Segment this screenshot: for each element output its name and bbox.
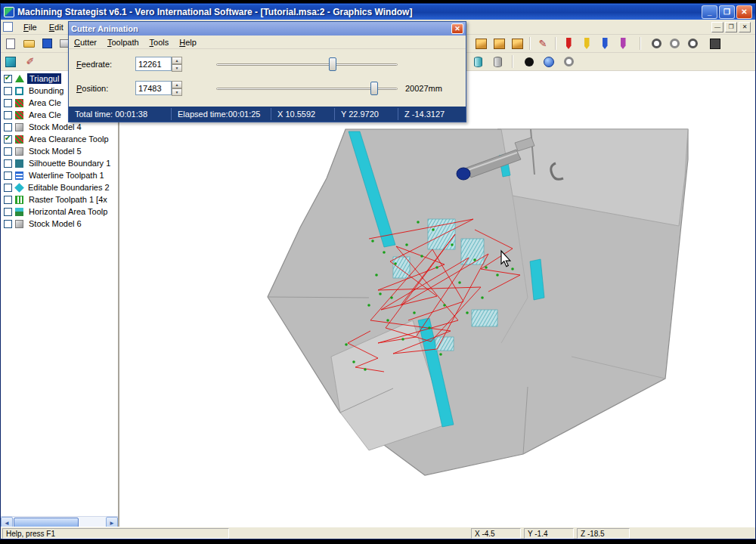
tree-item[interactable]: Silhouette Boundary 1 — [1, 157, 118, 169]
tree-item-label: Stock Model 5 — [26, 146, 84, 156]
checkbox[interactable] — [4, 87, 12, 95]
checkbox[interactable] — [4, 147, 12, 156]
save-icon[interactable] — [39, 36, 55, 51]
position-input[interactable] — [135, 81, 172, 95]
toolpath-icon — [15, 99, 23, 107]
checkbox[interactable] — [4, 75, 12, 83]
stock-model-icon — [15, 123, 23, 131]
mdi-minimize-button[interactable]: — — [711, 22, 723, 32]
checkbox[interactable] — [4, 172, 12, 180]
position-label: Position: — [76, 84, 135, 93]
cutter-animation-dialog: Cutter Animation ✕ Cutter Toolpath Tools… — [68, 21, 466, 122]
waterline-toolpath-icon — [15, 172, 23, 180]
cylinder-gray-icon[interactable] — [489, 54, 506, 70]
checkbox[interactable] — [4, 220, 12, 228]
feedrate-spin-down-icon[interactable]: ▼ — [172, 64, 182, 72]
ring-icon-1[interactable] — [648, 36, 665, 51]
tree-item-label: Area Cle — [26, 110, 64, 120]
dialog-menu-help[interactable]: Help — [174, 36, 202, 48]
eraser-icon[interactable]: ✐ — [22, 54, 39, 70]
tree-item-label: Horizontal Area Toolp — [26, 206, 110, 217]
checkbox[interactable] — [4, 184, 12, 192]
dialog-title: Cutter Animation — [71, 24, 451, 33]
tree-item[interactable]: Raster Toolpath 1 [4x — [1, 193, 118, 206]
tree-item[interactable]: Area Clearance Toolp — [1, 133, 118, 145]
iso-cube-icon-2[interactable] — [491, 36, 507, 51]
ring-small-icon[interactable] — [560, 54, 577, 70]
checkbox[interactable] — [4, 159, 12, 168]
tree-item[interactable]: Editable Boundaries 2 — [1, 181, 118, 193]
toolpath-icon — [15, 135, 23, 144]
feedrate-input[interactable] — [135, 57, 172, 71]
tool-red-icon[interactable] — [560, 36, 577, 51]
shaded-view-icon[interactable] — [2, 54, 19, 70]
tree-item[interactable]: Stock Model 5 — [1, 145, 118, 157]
dialog-menu-toolpath[interactable]: Toolpath — [102, 36, 144, 48]
feedrate-slider-track[interactable] — [216, 63, 398, 66]
position-slider-thumb[interactable] — [370, 82, 378, 95]
editable-boundaries-icon — [14, 183, 24, 193]
iso-cube-icon-3[interactable] — [509, 36, 525, 51]
position-slider[interactable] — [216, 81, 398, 96]
tool-magenta-icon[interactable] — [615, 36, 631, 51]
position-max-label: 20027mm — [405, 84, 442, 93]
graphics-window — [119, 71, 755, 528]
dark-block-icon[interactable] — [707, 36, 723, 51]
feedrate-spinbox: ▲ ▼ — [135, 57, 182, 71]
feedrate-spin-up-icon[interactable]: ▲ — [172, 57, 182, 64]
horizontal-area-icon — [15, 208, 23, 216]
dialog-menu-tools[interactable]: Tools — [144, 36, 175, 48]
sphere-icon[interactable] — [541, 54, 557, 70]
dialog-menubar: Cutter Toolpath Tools Help — [69, 36, 466, 49]
menu-edit[interactable]: Edit — [43, 21, 70, 33]
black-circle-icon[interactable] — [521, 54, 538, 70]
checkbox[interactable] — [4, 111, 12, 119]
dialog-menu-cutter[interactable]: Cutter — [69, 36, 102, 48]
feedrate-slider[interactable] — [216, 57, 398, 72]
tree-item-label: Triangul — [27, 73, 61, 84]
new-file-icon[interactable] — [2, 36, 19, 51]
toolpath-icon — [15, 111, 23, 119]
boundary-icon — [15, 87, 23, 95]
checkbox[interactable] — [4, 196, 12, 204]
elapsed-time: Elapsed time:00:01:25 — [172, 108, 271, 120]
checkbox[interactable] — [4, 99, 12, 107]
tree-item[interactable]: Stock Model 4 — [1, 121, 118, 133]
tree-item[interactable]: Horizontal Area Toolp — [1, 206, 118, 218]
feedrate-slider-thumb[interactable] — [329, 57, 336, 71]
close-button[interactable]: ✕ — [736, 5, 752, 19]
menu-file[interactable]: File — [17, 21, 43, 33]
tree-item[interactable]: Waterline Toolpath 1 — [1, 169, 118, 181]
eraser-pencil-icon[interactable]: ✎ — [534, 36, 551, 51]
checkbox[interactable] — [4, 123, 12, 131]
ring-icon-3[interactable] — [684, 36, 701, 51]
checkbox[interactable] — [4, 135, 12, 144]
cutter-z-coordinate: Z -14.3127 — [398, 108, 465, 120]
minimize-button[interactable]: _ — [702, 5, 717, 19]
position-spin-up-icon[interactable]: ▲ — [172, 81, 182, 88]
dialog-titlebar[interactable]: Cutter Animation ✕ — [69, 22, 466, 36]
tree-item-label: Area Clearance Toolp — [26, 134, 111, 144]
tool-blue-icon[interactable] — [596, 36, 613, 51]
tool-yellow-icon[interactable] — [578, 36, 595, 51]
tree-item-label: Waterline Toolpath 1 — [26, 170, 107, 181]
graphics-viewport[interactable] — [119, 71, 755, 528]
window-titlebar[interactable]: Machining Strategist v6.1 - Vero Interna… — [1, 4, 755, 20]
checkbox[interactable] — [4, 208, 12, 216]
operations-tree-panel: Triangul Bounding Area Cle Area Cle Stoc… — [1, 71, 119, 528]
window-title: Machining Strategist v6.1 - Vero Interna… — [17, 7, 702, 17]
ring-icon-2[interactable] — [666, 36, 683, 51]
content-area: Triangul Bounding Area Cle Area Cle Stoc… — [1, 71, 755, 528]
mdi-close-button[interactable]: ✕ — [739, 22, 751, 32]
open-folder-icon[interactable] — [20, 36, 37, 51]
cylinder-teal-icon[interactable] — [469, 54, 486, 70]
position-spin-down-icon[interactable]: ▼ — [172, 88, 182, 96]
mold-block — [268, 129, 688, 475]
cutter-y-coordinate: Y 22.9720 — [335, 108, 398, 120]
maximize-button[interactable]: ❐ — [719, 5, 735, 19]
tree-item-label: Area Cle — [26, 97, 64, 108]
dialog-close-button[interactable]: ✕ — [451, 23, 463, 34]
iso-cube-icon-1[interactable] — [472, 36, 489, 51]
mdi-restore-button[interactable]: ❐ — [725, 22, 737, 32]
tree-item[interactable]: Stock Model 6 — [1, 218, 118, 230]
